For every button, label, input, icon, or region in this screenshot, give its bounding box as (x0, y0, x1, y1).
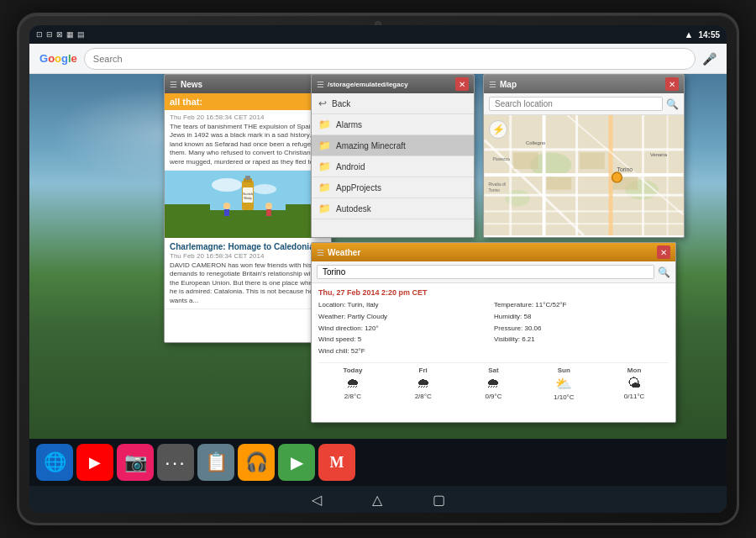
svg-text:Torino: Torino (617, 166, 633, 172)
file-item-appprojects[interactable]: 📁 AppProjects (312, 177, 474, 198)
file-title-text: /storage/emulated/legacy (328, 81, 408, 88)
status-icon-1: ⊡ (36, 30, 43, 39)
weather-condition: Weather: Partly Cloudy (318, 312, 493, 323)
map-title-text: Map (500, 80, 517, 89)
taskbar-apps: 🌐 ▶ 📷 ··· 📋 🎧 ▶ M (36, 444, 355, 481)
svg-point-12 (265, 203, 272, 209)
forecast-fri-temp: 2/8°C (415, 393, 432, 400)
map-compass: ⚡ (489, 120, 507, 139)
nav-home-button[interactable]: △ (372, 492, 382, 508)
forecast-sat-temp: 0/9°C (485, 393, 501, 400)
svg-rect-31 (513, 152, 538, 169)
svg-rect-20 (485, 194, 684, 197)
weather-location-detail: Location: Turin, Italy (318, 300, 493, 311)
weather-search-bar: 🔍 (312, 261, 675, 283)
svg-text:Venaria: Venaria (650, 152, 668, 157)
file-titlebar[interactable]: ☰ /storage/emulated/legacy ✕ (312, 75, 474, 93)
taskbar-play-store[interactable]: ▶ (278, 444, 315, 481)
svg-point-41 (612, 172, 622, 182)
forecast-sat: Sat 🌧 0/9°C (459, 367, 528, 401)
map-close-button[interactable]: ✕ (665, 77, 679, 91)
weather-search-icon[interactable]: 🔍 (658, 266, 670, 278)
svg-rect-27 (642, 115, 644, 235)
weather-close-button[interactable]: ✕ (657, 245, 670, 259)
news-title-text: News (181, 80, 202, 89)
weather-title-text: Weather (328, 248, 360, 257)
svg-point-2 (253, 184, 276, 194)
whisky-svg: Scotch Whisky (210, 172, 286, 235)
svg-rect-22 (485, 223, 684, 224)
weather-wind-speed: Wind speed: 5 (318, 335, 493, 345)
taskbar-apps-drawer[interactable]: ··· (157, 444, 194, 481)
forecast-sat-label: Sat (488, 367, 498, 374)
status-icon-2: ⊟ (46, 30, 53, 39)
map-background: Torino Collegno Venaria Pianezza Rivalta… (484, 115, 684, 235)
google-search-input[interactable] (84, 48, 696, 70)
weather-pressure: Pressure: 30.06 (494, 324, 669, 335)
mic-icon[interactable]: 🎤 (702, 52, 717, 66)
svg-rect-3 (210, 210, 286, 235)
status-icon-4: ▦ (66, 30, 74, 39)
status-left: ⊡ ⊟ ⊠ ▦ ▤ (36, 30, 85, 39)
weather-visibility: Visibility: 6.21 (494, 335, 669, 345)
news-item-1: Thu Feb 20 16:58:34 CET 2014 The tears o… (165, 110, 331, 171)
weather-temperature: Temperature: 11°C/52°F (494, 300, 669, 311)
taskbar-files[interactable]: 📋 (197, 444, 234, 481)
map-search-input[interactable] (489, 97, 663, 111)
news-item-1-text: The tears of banishment THE expulsion of… (170, 123, 326, 166)
weather-search-input[interactable] (317, 265, 654, 279)
map-window: ☰ Map ✕ 🔍 (483, 74, 685, 238)
file-item-alarms[interactable]: 📁 Alarms (312, 114, 474, 135)
taskbar-youtube[interactable]: ▶ (76, 444, 113, 481)
file-item-minecraft[interactable]: 📁 Amazing Minecraft (312, 135, 474, 156)
svg-rect-25 (575, 115, 578, 235)
autodesk-label: Autodesk (336, 204, 371, 214)
android-label: Android (336, 162, 365, 171)
windows-area: ☰ News ✕ all that: Thu Feb 20 16:58:34 C… (29, 74, 727, 439)
wifi-icon: ▲ (685, 29, 694, 40)
status-bar: ⊡ ⊟ ⊠ ▦ ▤ ▲ 14:55 (29, 25, 727, 44)
weather-wind-dir: Wind direction: 120° (318, 324, 493, 335)
weather-titlebar[interactable]: ☰ Weather ✕ (312, 243, 675, 261)
status-icon-3: ⊠ (56, 30, 63, 39)
news-titlebar[interactable]: ☰ News ✕ (165, 75, 331, 93)
news-header: all that: (165, 93, 331, 110)
file-close-button[interactable]: ✕ (455, 77, 469, 91)
file-item-android[interactable]: 📁 Android (312, 156, 474, 177)
nav-recents-button[interactable]: ▢ (433, 492, 445, 508)
file-content: ↩ Back 📁 Alarms 📁 Amazing Minecraft (312, 93, 474, 237)
file-item-autodesk[interactable]: 📁 Autodesk (312, 198, 474, 219)
svg-rect-32 (547, 177, 572, 190)
time-display: 14:55 (698, 30, 720, 40)
map-titlebar[interactable]: ☰ Map ✕ (484, 75, 684, 93)
forecast-mon: Mon 🌤 0/11°C (600, 367, 669, 401)
taskbar-gmail[interactable]: M (318, 444, 355, 481)
forecast-mon-icon: 🌤 (627, 376, 641, 391)
news-image: Scotch Whisky (165, 171, 331, 238)
tablet-screen: ⊡ ⊟ ⊠ ▦ ▤ ▲ 14:55 Google 🎤 (29, 25, 727, 513)
news-content: all that: Thu Feb 20 16:58:34 CET 2014 T… (165, 93, 331, 342)
svg-text:Whisky: Whisky (244, 197, 252, 200)
forecast-sun-label: Sun (558, 367, 570, 374)
forecast-today-label: Today (343, 367, 362, 374)
taskbar-music[interactable]: 🎧 (238, 444, 275, 481)
svg-rect-19 (485, 173, 684, 177)
forecast-sat-icon: 🌧 (486, 376, 500, 391)
forecast-mon-temp: 0/11°C (624, 393, 645, 400)
weather-title-left: ☰ Weather (317, 248, 360, 257)
taskbar-camera[interactable]: 📷 (117, 444, 154, 481)
svg-point-17 (505, 190, 530, 207)
nav-back-button[interactable]: ◁ (312, 492, 322, 508)
map-title-icon: ☰ (489, 80, 496, 89)
folder-icon-autodesk: 📁 (318, 203, 331, 214)
forecast-today-icon: 🌧 (346, 376, 360, 391)
whisky-scene: Scotch Whisky (165, 171, 331, 238)
taskbar-browser[interactable]: 🌐 (36, 444, 73, 481)
map-search-icon[interactable]: 🔍 (666, 98, 679, 110)
weather-details: Location: Turin, Italy Temperature: 11°C… (318, 300, 669, 357)
file-item-back[interactable]: ↩ Back (312, 93, 474, 114)
screen-layout: ⊡ ⊟ ⊠ ▦ ▤ ▲ 14:55 Google 🎤 (29, 25, 727, 513)
appprojects-label: AppProjects (336, 183, 381, 193)
file-manager-window: ☰ /storage/emulated/legacy ✕ ↩ Back (311, 74, 475, 238)
map-svg: Torino Collegno Venaria Pianezza Rivalta… (484, 115, 684, 235)
